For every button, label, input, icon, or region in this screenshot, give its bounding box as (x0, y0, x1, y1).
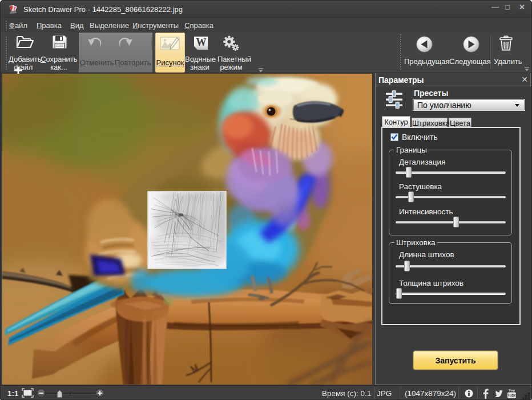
svg-text:You: You (509, 389, 515, 392)
svg-text:W: W (196, 37, 207, 48)
svg-text:Tube: Tube (507, 393, 516, 397)
